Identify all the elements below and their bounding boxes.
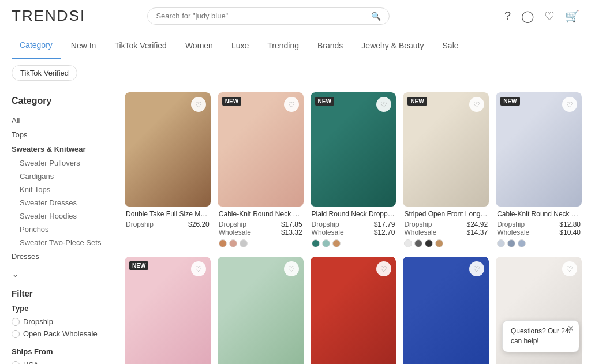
- product-image: ♡: [218, 257, 304, 364]
- product-card-6[interactable]: ♡ Crew Neck Drop Shoulder Sweater Dropsh…: [218, 257, 304, 364]
- swatch[interactable]: [518, 239, 526, 247]
- swatch[interactable]: [312, 239, 320, 247]
- filter-dropship[interactable]: Dropship: [12, 317, 103, 326]
- help-icon[interactable]: ?: [504, 9, 511, 22]
- swatch[interactable]: [404, 239, 412, 247]
- sidebar-sub-cardigans[interactable]: Cardigans: [12, 170, 103, 183]
- wholesale-price-row: Wholesale$12.70: [312, 228, 395, 237]
- wishlist-button[interactable]: ♡: [469, 97, 484, 112]
- wholesale-price: $14.37: [466, 228, 488, 237]
- nav-sale[interactable]: Sale: [435, 33, 467, 58]
- dropship-price: $12.80: [559, 220, 581, 228]
- swatch[interactable]: [507, 239, 515, 247]
- swatch[interactable]: [219, 239, 227, 247]
- wishlist-button[interactable]: ♡: [376, 261, 391, 276]
- product-info: Cable-Knit Round Neck Sweater Dropship $…: [496, 207, 582, 250]
- sidebar-sub-sweaterhoodies[interactable]: Sweater Hoodies: [12, 209, 103, 223]
- product-image: NEW ♡: [496, 92, 582, 207]
- chat-text: Questions? Our 24/can help!: [511, 327, 571, 346]
- wholesale-label: Wholesale: [497, 228, 529, 237]
- wishlist-icon[interactable]: ♡: [544, 9, 555, 23]
- nav: Category New In TikTok Verified Women Lu…: [0, 32, 591, 59]
- nav-tiktok[interactable]: TikTok Verified: [106, 33, 175, 58]
- product-card-7[interactable]: ♡ Mock Neck Long Sleeve Knit Top Dropshi…: [311, 257, 397, 364]
- wishlist-button[interactable]: ♡: [562, 261, 577, 276]
- product-card-4[interactable]: NEW ♡ Cable-Knit Round Neck Sweater Drop…: [496, 92, 582, 250]
- swatch[interactable]: [322, 239, 330, 247]
- sidebar-sub-sweaterdresses[interactable]: Sweater Dresses: [12, 196, 103, 209]
- swatch[interactable]: [229, 239, 237, 247]
- filter-usa-label: USA: [23, 361, 39, 364]
- wishlist-button[interactable]: ♡: [376, 97, 391, 112]
- wholesale-label: Wholesale: [219, 228, 251, 237]
- sidebar-sub-knittops[interactable]: Knit Tops: [12, 183, 103, 196]
- sidebar-item-dresses[interactable]: Dresses: [12, 249, 103, 264]
- dropship-price: $26.20: [188, 220, 210, 228]
- nav-new-in[interactable]: New In: [63, 33, 104, 58]
- cart-icon[interactable]: 🛒: [565, 9, 579, 23]
- search-icon: 🔍: [371, 12, 381, 21]
- swatch[interactable]: [332, 239, 341, 247]
- header-icons: ? ◯ ♡ 🛒: [504, 9, 579, 23]
- product-card-1[interactable]: NEW ♡ Cable-Knit Round Neck Top and... D…: [218, 92, 304, 250]
- dropship-price-row: Dropship $17.79: [312, 220, 395, 228]
- swatch[interactable]: [425, 239, 433, 247]
- product-card-8[interactable]: ♡ Side Slit Ribbed Knit Sweater Dropship…: [403, 257, 489, 364]
- filter-usa[interactable]: USA: [12, 361, 103, 364]
- sidebar-item-tops[interactable]: Tops: [12, 127, 103, 142]
- swatch[interactable]: [240, 239, 248, 247]
- swatch[interactable]: [435, 239, 443, 247]
- sidebar-sub-ponchos[interactable]: Ponchos: [12, 223, 103, 236]
- sidebar-sub-twopiece[interactable]: Sweater Two-Piece Sets: [12, 236, 103, 249]
- product-info: Double Take Full Size Multicolor... Drop…: [125, 207, 211, 231]
- radio-dropship-circle: [12, 318, 20, 326]
- product-info: Cable-Knit Round Neck Top and... Dropshi…: [218, 207, 304, 250]
- nav-brands[interactable]: Brands: [309, 33, 351, 58]
- nav-women[interactable]: Women: [177, 33, 221, 58]
- chevron-down-icon[interactable]: ⌄: [12, 268, 19, 279]
- dropship-label: Dropship: [126, 220, 154, 228]
- wishlist-button[interactable]: ♡: [562, 97, 577, 112]
- product-image: ♡: [311, 257, 397, 364]
- chat-close-icon[interactable]: ✕: [567, 324, 574, 333]
- dropship-price-row: Dropship $26.20: [126, 220, 210, 228]
- tiktok-verified-chip[interactable]: TikTok Verified: [12, 65, 77, 81]
- chat-widget: ✕ Questions? Our 24/can help!: [502, 320, 579, 352]
- filter-wholesale[interactable]: Open Pack Wholesale: [12, 329, 103, 338]
- swatch[interactable]: [414, 239, 422, 247]
- product-name: Double Take Full Size Multicolor...: [126, 210, 210, 218]
- wishlist-button[interactable]: ♡: [469, 261, 484, 276]
- wholesale-price-row: Wholesale$14.37: [404, 228, 488, 237]
- wishlist-button[interactable]: ♡: [191, 261, 206, 276]
- nav-luxe[interactable]: Luxe: [223, 33, 257, 58]
- product-card-0[interactable]: ♡ Double Take Full Size Multicolor... Dr…: [125, 92, 211, 250]
- sidebar-item-sweaters[interactable]: Sweaters & Knitwear: [12, 142, 103, 156]
- wholesale-price: $13.32: [281, 228, 302, 237]
- wishlist-button[interactable]: ♡: [191, 97, 206, 112]
- product-image: ♡: [403, 257, 489, 364]
- filter-type-title: Type: [12, 304, 103, 313]
- sidebar-sub-pullovers[interactable]: Sweater Pullovers: [12, 156, 103, 170]
- sidebar-title: Category: [12, 96, 103, 106]
- product-card-2[interactable]: NEW ♡ Plaid Round Neck Dropped Sho... Dr…: [311, 92, 397, 250]
- swatch[interactable]: [497, 239, 505, 247]
- wishlist-button[interactable]: ♡: [284, 97, 299, 112]
- product-card-5[interactable]: NEW ♡ Textured Yoke Knit Sweater Dropshi…: [125, 257, 211, 364]
- logo: TRENDSI: [12, 7, 85, 25]
- product-card-3[interactable]: NEW ♡ Striped Open Front Long Sleeve... …: [403, 92, 489, 250]
- product-image: NEW ♡: [125, 257, 211, 364]
- new-badge: NEW: [500, 97, 519, 106]
- new-badge: NEW: [222, 97, 241, 106]
- dropship-label: Dropship: [404, 220, 432, 228]
- nav-category[interactable]: Category: [12, 32, 61, 59]
- search-input[interactable]: [156, 12, 366, 20]
- nav-trending[interactable]: Trending: [259, 33, 307, 58]
- sidebar-item-all[interactable]: All: [12, 113, 103, 127]
- wishlist-button[interactable]: ♡: [284, 261, 299, 276]
- radio-wholesale-circle: [12, 330, 20, 338]
- filter-title: Filter: [12, 288, 103, 298]
- nav-jewelry[interactable]: Jewelry & Beauty: [353, 33, 432, 58]
- search-bar[interactable]: 🔍: [147, 7, 390, 25]
- user-icon[interactable]: ◯: [521, 9, 534, 23]
- wholesale-label: Wholesale: [404, 228, 436, 237]
